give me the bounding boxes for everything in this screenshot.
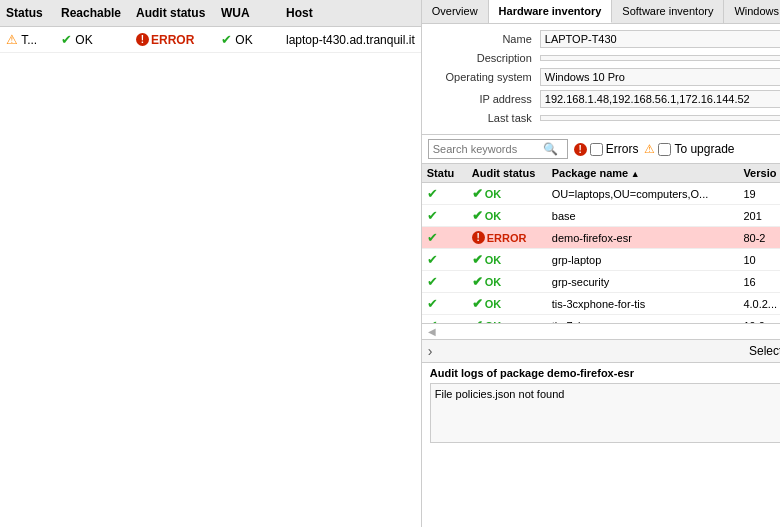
upgrade-icon: ⚠: [644, 142, 655, 156]
pkg-version-cell: 19: [738, 185, 780, 203]
pkg-row[interactable]: ✔✔ OKbase201: [422, 205, 780, 227]
tab-overview[interactable]: Overview: [422, 0, 489, 23]
errors-filter[interactable]: ! Errors: [574, 142, 639, 156]
pkg-row[interactable]: ✔! ERRORdemo-firefox-esr80-2: [422, 227, 780, 249]
pkg-name-cell: tis-7zip: [547, 317, 739, 325]
pkg-status-cell: ✔: [422, 227, 467, 248]
upgrade-filter[interactable]: ⚠ To upgrade: [644, 142, 734, 156]
form-row-desc: Description: [430, 52, 780, 64]
error-badge: ! ERROR: [472, 231, 527, 244]
ok-badge: ✔ OK: [472, 296, 502, 311]
pkg-version-cell: 201: [738, 207, 780, 225]
error-icon: !: [136, 33, 149, 46]
col-header-reachable: Reachable: [57, 4, 132, 22]
scroll-hint: ◀: [422, 324, 780, 340]
pkg-version-cell: 10: [738, 251, 780, 269]
col-header-wua: WUA: [217, 4, 282, 22]
pkg-audit-cell: ✔ OK: [467, 315, 547, 324]
pkg-version-cell: 80-2: [738, 229, 780, 247]
form-row-ip: IP address 192.168.1.48,192.168.56.1,172…: [430, 90, 780, 108]
chevron-icon[interactable]: ›: [428, 343, 433, 359]
tab-bar: Overview Hardware inventory Software inv…: [422, 0, 780, 24]
pkg-name-cell: base: [547, 207, 739, 225]
search-input[interactable]: [433, 143, 543, 155]
errors-icon: !: [574, 143, 587, 156]
tab-software-inventory[interactable]: Software inventory: [612, 0, 724, 23]
search-icon: 🔍: [543, 142, 558, 156]
reachable-cell: ✔ OK: [57, 30, 132, 49]
pkg-audit-cell: ✔ OK: [467, 271, 547, 292]
os-label: Operating system: [430, 71, 540, 83]
status-icon: ✔: [427, 208, 438, 223]
col-header-audit: Audit status: [132, 4, 217, 22]
ip-label: IP address: [430, 93, 540, 105]
upgrade-label: To upgrade: [674, 142, 734, 156]
col-header-status: Status: [2, 4, 57, 22]
table-row[interactable]: ⚠ T... ✔ OK ! ERROR ✔ OK laptop-t430.ad.…: [0, 27, 421, 53]
status-icon: ✔: [427, 230, 438, 245]
pkg-audit-cell: ✔ OK: [467, 205, 547, 226]
pkg-version-cell: 4.0.2...: [738, 295, 780, 313]
tab-windows-update[interactable]: Windows u...: [724, 0, 780, 23]
pkg-status-cell: ✔: [422, 249, 467, 270]
col-header-host: Host: [282, 4, 419, 22]
audit-log-title: Audit logs of package demo-firefox-esr: [430, 367, 780, 379]
pkg-name-cell: grp-security: [547, 273, 739, 291]
ok-icon: ✔: [472, 252, 483, 267]
status-bar: › Selected /: [422, 340, 780, 363]
status-icon: ✔: [427, 274, 438, 289]
pkg-row[interactable]: ✔✔ OKgrp-security16: [422, 271, 780, 293]
pkg-status-cell: ✔: [422, 183, 467, 204]
reachable-text: OK: [75, 33, 92, 47]
ok-icon: ✔: [472, 296, 483, 311]
pkg-row[interactable]: ✔✔ OKgrp-laptop10: [422, 249, 780, 271]
left-table-header: Status Reachable Audit status WUA Host: [0, 0, 421, 27]
pkg-row[interactable]: ✔✔ OKtis-7zip19.0-...: [422, 315, 780, 324]
wua-cell: ✔ OK: [217, 30, 282, 49]
pkg-name-cell: OU=laptops,OU=computers,O...: [547, 185, 739, 203]
form-row-os: Operating system Windows 10 Pro: [430, 68, 780, 86]
wua-ok-icon: ✔: [221, 32, 232, 47]
pkg-audit-cell: ✔ OK: [467, 293, 547, 314]
filter-bar: 🔍 ! Errors ⚠ To upgrade ▸: [422, 135, 780, 164]
pkg-audit-cell: ! ERROR: [467, 228, 547, 247]
audit-log-content: File policies.json not found: [430, 383, 780, 443]
desc-value: [540, 55, 780, 61]
wua-text: OK: [235, 33, 252, 47]
ok-icon: ✔: [472, 186, 483, 201]
task-value: [540, 115, 780, 121]
search-box[interactable]: 🔍: [428, 139, 568, 159]
upgrade-checkbox[interactable]: [658, 143, 671, 156]
pkg-status-cell: ✔: [422, 293, 467, 314]
left-panel: Status Reachable Audit status WUA Host ⚠…: [0, 0, 422, 527]
warn-icon: ⚠: [6, 32, 18, 47]
pkg-row[interactable]: ✔✔ OKOU=laptops,OU=computers,O...19: [422, 183, 780, 205]
status-icon: ✔: [427, 296, 438, 311]
pkg-col-header-name[interactable]: Package name: [547, 164, 739, 182]
errors-checkbox[interactable]: [590, 143, 603, 156]
selected-info: Selected /: [749, 344, 780, 358]
name-value: LAPTOP-T430: [540, 30, 780, 48]
pkg-audit-cell: ✔ OK: [467, 183, 547, 204]
package-table[interactable]: Statu Audit status Package name Versio ✔…: [422, 164, 780, 324]
status-icon: ✔: [427, 186, 438, 201]
pkg-audit-cell: ✔ OK: [467, 249, 547, 270]
ok-badge: ✔ OK: [472, 252, 502, 267]
ok-badge: ✔ OK: [472, 186, 502, 201]
task-label: Last task: [430, 112, 540, 124]
name-label: Name: [430, 33, 540, 45]
pkg-col-header-version: Versio: [738, 164, 780, 182]
host-cell: laptop-t430.ad.tranquil.it: [282, 31, 419, 49]
os-value: Windows 10 Pro: [540, 68, 780, 86]
ok-icon: ✔: [472, 208, 483, 223]
form-row-name: Name LAPTOP-T430: [430, 30, 780, 48]
status-text: T...: [21, 33, 37, 47]
pkg-name-cell: demo-firefox-esr: [547, 229, 739, 247]
pkg-name-cell: grp-laptop: [547, 251, 739, 269]
status-icon: ✔: [427, 252, 438, 267]
pkg-table-header: Statu Audit status Package name Versio: [422, 164, 780, 183]
pkg-row[interactable]: ✔✔ OKtis-3cxphone-for-tis4.0.2...: [422, 293, 780, 315]
form-row-task: Last task: [430, 112, 780, 124]
ok-badge: ✔ OK: [472, 208, 502, 223]
tab-hardware-inventory[interactable]: Hardware inventory: [489, 0, 613, 23]
